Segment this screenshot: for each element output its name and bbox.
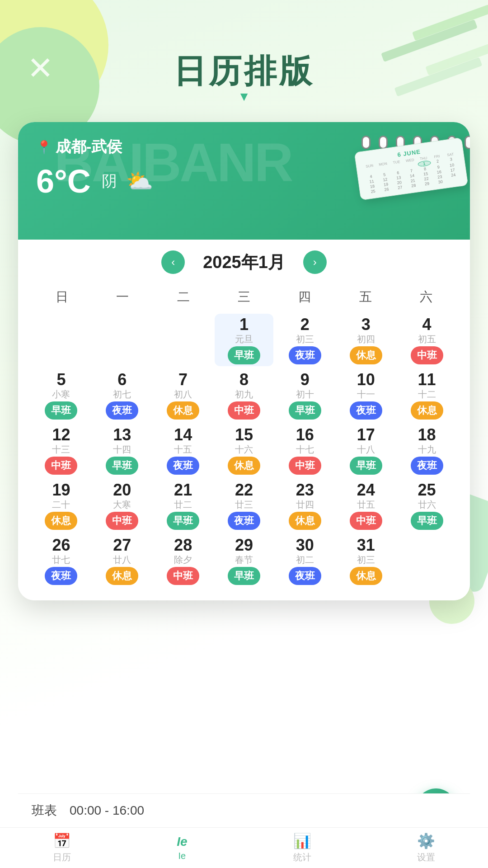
cal-day-17[interactable]: 17十八早班	[336, 424, 395, 476]
ie-nav-icon: Ie	[177, 835, 187, 849]
cal-lunar-31: 初三	[357, 555, 375, 564]
cal-day-22[interactable]: 22廿三夜班	[215, 479, 274, 532]
calendar-illustration: 6 JUNE SUN MON TUE WED THU FRI SAT 123 4…	[348, 131, 470, 235]
day-hdr-sun: 日	[32, 285, 92, 309]
bottom-navigation: 📅 日历 Ie Ie 📊 统计 ⚙️ 设置	[0, 827, 488, 868]
cal-date-num-19: 19	[52, 482, 70, 498]
cal-lunar-14: 十五	[174, 445, 192, 454]
title-arrow	[0, 90, 488, 104]
cal-lunar-6: 初七	[113, 390, 131, 399]
shift-badge-20: 中班	[106, 512, 138, 530]
cal-lunar-25: 廿六	[418, 500, 436, 509]
cal-day-empty	[397, 534, 456, 587]
cal-day-15[interactable]: 15十六休息	[215, 424, 274, 476]
cal-day-31[interactable]: 31初三休息	[336, 534, 395, 587]
cal-day-21[interactable]: 21廿二早班	[154, 479, 213, 532]
cal-lunar-4: 初五	[418, 335, 436, 344]
shift-badge-23: 休息	[289, 512, 321, 530]
shift-badge-25: 早班	[411, 512, 443, 530]
cal-day-19[interactable]: 19二十休息	[32, 479, 91, 532]
shift-badge-18: 夜班	[411, 457, 443, 475]
day-hdr-tue: 二	[153, 285, 214, 309]
nav-item-settings[interactable]: ⚙️ 设置	[417, 832, 435, 863]
cal-date-num-30: 30	[296, 537, 314, 553]
cal-day-11[interactable]: 11十二休息	[397, 369, 456, 421]
cal-date-num-6: 6	[117, 372, 127, 388]
cal-date-num-10: 10	[357, 372, 375, 388]
shift-badge-7: 休息	[167, 401, 199, 420]
location-text: 成都-武侯	[56, 137, 122, 157]
location-pin-icon: 📍	[36, 140, 52, 155]
cal-day-20[interactable]: 20大寒中班	[93, 479, 152, 532]
cal-lunar-20: 大寒	[113, 500, 131, 509]
cal-lunar-8: 初九	[235, 390, 253, 399]
calendar-section: ‹ 2025年1月 › 日 一 二 三 四 五 六 1元旦早班2初三夜班3初四休…	[18, 240, 470, 600]
cal-day-16[interactable]: 16十七中班	[275, 424, 334, 476]
cal-lunar-13: 十四	[113, 445, 131, 454]
cal-lunar-3: 初四	[357, 335, 375, 344]
cal-day-30[interactable]: 30初二夜班	[275, 534, 334, 587]
cal-day-9[interactable]: 9初十早班	[275, 369, 334, 421]
cal-ring-7	[465, 136, 470, 149]
cal-day-6[interactable]: 6初七夜班	[93, 369, 152, 421]
cal-day-3[interactable]: 3初四休息	[336, 314, 395, 366]
cal-date-num-1: 1	[239, 316, 249, 333]
cal-day-23[interactable]: 23廿四休息	[275, 479, 334, 532]
cal-day-empty	[93, 314, 152, 366]
nav-item-calendar[interactable]: 📅 日历	[53, 832, 71, 863]
cal-day-1[interactable]: 1元旦早班	[215, 314, 274, 366]
shift-badge-21: 早班	[167, 512, 199, 530]
day-hdr-fri: 五	[335, 285, 395, 309]
cal-day-10[interactable]: 10十一夜班	[336, 369, 395, 421]
cal-day-7[interactable]: 7初八休息	[154, 369, 213, 421]
cal-date-num-26: 26	[52, 537, 70, 553]
stats-nav-icon: 📊	[293, 832, 311, 849]
cal-day-12[interactable]: 12十三中班	[32, 424, 91, 476]
cal-day-5[interactable]: 5小寒早班	[32, 369, 91, 421]
nav-item-ie[interactable]: Ie Ie	[177, 835, 187, 861]
cal-date-num-18: 18	[418, 427, 436, 443]
prev-month-button[interactable]: ‹	[161, 250, 185, 274]
cal-day-25[interactable]: 25廿六早班	[397, 479, 456, 532]
cal-date-num-2: 2	[300, 316, 310, 333]
next-month-button[interactable]: ›	[303, 250, 327, 274]
shift-badge-22: 夜班	[228, 512, 260, 530]
shift-badge-24: 中班	[350, 512, 382, 530]
cal-day-13[interactable]: 13十四早班	[93, 424, 152, 476]
cal-lunar-16: 十七	[296, 445, 314, 454]
day-hdr-sat: 六	[396, 285, 456, 309]
cal-date-num-11: 11	[418, 372, 436, 388]
cal-day-26[interactable]: 26廿七夜班	[32, 534, 91, 587]
cal-lunar-1: 元旦	[235, 335, 253, 344]
shift-badge-1: 早班	[228, 346, 260, 364]
cal-day-27[interactable]: 27廿八休息	[93, 534, 152, 587]
day-hdr-wed: 三	[214, 285, 274, 309]
cal-date-num-13: 13	[113, 427, 131, 443]
cal-lunar-22: 廿三	[235, 500, 253, 509]
shift-badge-13: 早班	[106, 457, 138, 475]
cal-day-18[interactable]: 18十九夜班	[397, 424, 456, 476]
cal-lunar-21: 廿二	[174, 500, 192, 509]
cal-date-num-17: 17	[357, 427, 375, 443]
cal-date-num-25: 25	[418, 482, 436, 498]
cal-day-14[interactable]: 14十五夜班	[154, 424, 213, 476]
nav-item-stats[interactable]: 📊 统计	[293, 832, 311, 863]
temperature-display: 6°C	[36, 163, 91, 200]
cal-day-4[interactable]: 4初五中班	[397, 314, 456, 366]
cal-lunar-17: 十八	[357, 445, 375, 454]
day-hdr-thu: 四	[274, 285, 335, 309]
shift-badge-31: 休息	[350, 567, 382, 585]
cal-lunar-23: 廿四	[296, 500, 314, 509]
cal-day-28[interactable]: 28除夕中班	[154, 534, 213, 587]
cal-lunar-12: 十三	[52, 445, 70, 454]
cal-day-8[interactable]: 8初九中班	[215, 369, 274, 421]
weather-header: BAIBANR 📍 成都-武侯 6°C 阴 ⛅ 6 JUNE	[18, 122, 470, 240]
cal-day-2[interactable]: 2初三夜班	[275, 314, 334, 366]
cal-day-24[interactable]: 24廿五中班	[336, 479, 395, 532]
cal-date-num-12: 12	[52, 427, 70, 443]
cal-day-29[interactable]: 29春节早班	[215, 534, 274, 587]
cal-lunar-29: 春节	[235, 555, 253, 564]
shift-badge-19: 休息	[45, 512, 77, 530]
cal-lunar-30: 初二	[296, 555, 314, 564]
shift-badge-28: 中班	[167, 567, 199, 585]
